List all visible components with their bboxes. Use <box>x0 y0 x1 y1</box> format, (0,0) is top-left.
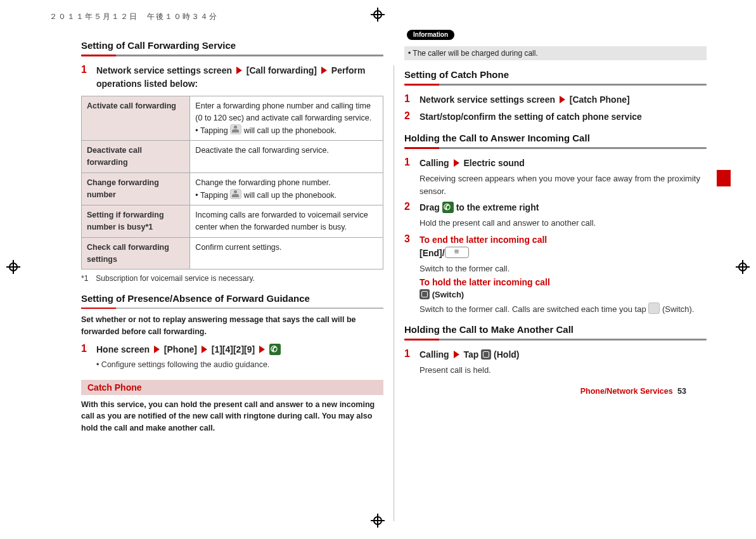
step-text: To end the latter incoming call [End]/ <box>420 233 707 260</box>
step-subtext: Present call is held. <box>420 364 707 377</box>
arrow-icon <box>236 67 242 74</box>
step-number: 2 <box>404 110 413 124</box>
heading-call-forwarding: Setting of Call Forwarding Service <box>81 40 383 51</box>
step-number: 1 <box>81 64 90 91</box>
step-number: 1 <box>404 93 413 107</box>
registration-mark-icon <box>736 260 750 274</box>
heading-setting-catch-phone: Setting of Catch Phone <box>404 69 707 80</box>
heading-holding-answer: Holding the Call to Answer Incoming Call <box>404 133 707 143</box>
print-timestamp: ２０１１年５月１２日 午後１０時３４分 <box>49 11 724 22</box>
page-footer: Phone/Network Services 53 <box>404 387 686 396</box>
step-number: 2 <box>404 201 413 214</box>
section-band-catch-phone: Catch Phone <box>81 380 383 395</box>
heading-intro: Set whether or not to replay answering m… <box>81 314 383 338</box>
step-number: 1 <box>404 348 413 361</box>
footnote: *1 Subscription for voicemail service is… <box>81 273 383 284</box>
step-text: Calling Tap (Hold) <box>420 348 707 361</box>
step-subtext: Receiving screen appears when you move y… <box>420 172 707 197</box>
step-text: Start/stop/confirm the setting of catch … <box>420 110 707 124</box>
menu-button-icon <box>445 247 469 258</box>
step-subtext: (Switch) <box>420 289 707 301</box>
step-number: 3 <box>404 233 413 260</box>
heading-holding-make-call: Holding the Call to Make Another Call <box>404 324 707 335</box>
person-icon <box>230 189 241 199</box>
section-intro: With this service, you can hold the pres… <box>81 399 383 434</box>
arrow-icon <box>154 346 160 353</box>
step-subtext: Switch to the former call. <box>420 263 707 275</box>
arrow-icon <box>202 346 207 353</box>
table-row: Change forwarding number Change the forw… <box>82 172 383 205</box>
call-icon <box>269 344 281 355</box>
step-subtext: Switch to the former call. Calls are swi… <box>420 302 707 316</box>
heading-forward-guidance: Setting of Presence/Absence of Forward G… <box>81 293 383 304</box>
options-table: Activate call forwarding Enter a forward… <box>81 96 383 270</box>
right-column: Information • The caller will be charged… <box>404 31 707 526</box>
registration-mark-icon <box>6 260 20 274</box>
call-icon <box>442 202 454 213</box>
step-text: Network service settings screen [Catch P… <box>420 93 707 107</box>
arrow-icon <box>454 159 459 167</box>
step-number: 1 <box>81 343 90 356</box>
step-text: Drag to the extreme right <box>420 201 707 214</box>
table-row: Check call forwarding settings Confirm c… <box>82 237 383 270</box>
information-text: • The caller will be charged during call… <box>404 46 707 60</box>
step-subtext-red: To hold the latter incoming call <box>420 277 707 287</box>
left-column: Setting of Call Forwarding Service 1 Net… <box>81 31 383 526</box>
table-row: Activate call forwarding Enter a forward… <box>82 96 383 141</box>
arrow-icon <box>560 96 565 103</box>
switch-icon <box>648 302 660 314</box>
table-row: Setting if forwarding number is busy*1 I… <box>82 205 383 238</box>
arrow-icon <box>321 67 327 74</box>
column-separator <box>394 65 394 521</box>
person-icon <box>230 124 241 134</box>
step-text: Network service settings screen [Call fo… <box>96 64 383 91</box>
step-subtext: Hold the present call and answer to anot… <box>420 217 707 230</box>
hold-icon <box>481 349 491 360</box>
arrow-icon <box>454 351 459 358</box>
information-badge: Information <box>407 30 454 40</box>
step-text: Calling Electric sound <box>420 157 707 170</box>
step-note: Configure settings following the audio g… <box>96 359 383 371</box>
step-text: Hone screen [Phone] [1][4][2][9] <box>96 343 383 356</box>
step-number: 1 <box>404 157 413 170</box>
switch-icon <box>420 289 430 299</box>
arrow-icon <box>259 346 265 353</box>
table-row: Deactivate call forwarding Deactivate th… <box>82 141 383 173</box>
